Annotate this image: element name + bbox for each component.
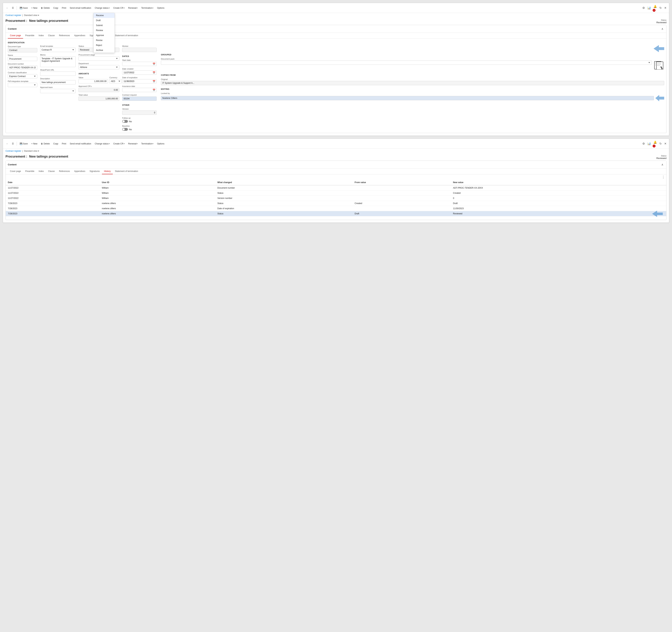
create-cr-button[interactable]: Create CR ▾	[112, 6, 126, 10]
follow-up-toggle[interactable]	[122, 120, 128, 123]
collapse-button-2[interactable]: ∧	[661, 162, 664, 167]
create-cr-button-2[interactable]: Create CR ▾	[112, 142, 126, 146]
standard-view-dropdown[interactable]: Standard view ▾	[24, 14, 39, 17]
insurance-date-input-wrapper[interactable]: 📅	[122, 88, 157, 92]
insurance-date-calendar-icon[interactable]: 📅	[151, 89, 157, 92]
standard-view-dropdown-2[interactable]: Standard view ▾	[24, 150, 39, 152]
delete-button[interactable]: 🗑 Delete	[40, 6, 51, 10]
print-button-2[interactable]: Print	[61, 142, 68, 146]
tab-appendixes[interactable]: Appendixes	[72, 33, 88, 39]
copy-button[interactable]: Copy	[52, 6, 60, 10]
status-archive[interactable]: Archive	[94, 48, 115, 53]
toolbar-icon2[interactable]: 📊	[647, 5, 652, 10]
tab-references-2[interactable]: References	[57, 169, 72, 174]
collapse-button-1[interactable]: ∧	[661, 26, 664, 31]
options-button-1[interactable]: Options	[155, 6, 166, 10]
contract-classification-select[interactable]: Express Contract	[8, 74, 37, 78]
renewal-button-2[interactable]: Renewal ▾	[127, 142, 139, 146]
start-date-input-wrapper[interactable]: 📅	[122, 62, 157, 66]
change-status-button[interactable]: Change status ▾	[93, 6, 111, 10]
toolbar-icon1[interactable]: ⚙	[642, 5, 646, 10]
tab-index[interactable]: Index	[37, 33, 46, 39]
notification-button-2[interactable]: 🔔	[653, 140, 657, 145]
menu-button[interactable]: ☰	[10, 6, 15, 10]
currency-select[interactable]: AED	[110, 79, 122, 83]
send-email-button[interactable]: Send email notification	[68, 6, 93, 10]
department-select[interactable]: Athlone	[78, 65, 119, 69]
status-review[interactable]: Review	[94, 28, 115, 33]
document-type-input[interactable]	[8, 48, 37, 52]
back-button-2[interactable]: ←	[5, 142, 10, 146]
toolbar-icon1-2[interactable]: ⚙	[642, 141, 646, 146]
print-button[interactable]: Print	[61, 6, 68, 10]
status-receive[interactable]: Receive	[94, 13, 115, 18]
document-number-input[interactable]	[8, 66, 37, 70]
tab-signatures-2[interactable]: Signatures	[87, 169, 102, 174]
notification-badge-2: 0	[653, 145, 655, 147]
start-date-input[interactable]	[122, 62, 151, 66]
tab-references[interactable]: References	[57, 33, 72, 39]
pdf-template-select[interactable]	[8, 83, 37, 87]
document-pack-select[interactable]	[161, 60, 652, 65]
tab-history-2[interactable]: History	[102, 169, 113, 174]
tab-cover-page[interactable]: Cover page	[8, 33, 23, 39]
save-button[interactable]: 💾 Save	[18, 6, 29, 10]
baseline-toggle[interactable]	[122, 128, 128, 131]
contract-register-link-2[interactable]: Contract register	[5, 150, 21, 152]
copy-button-2[interactable]: Copy	[52, 142, 60, 146]
name-input[interactable]	[8, 57, 37, 61]
three-dot-menu[interactable]: ⋮	[662, 175, 665, 179]
toolbar-icon2-2[interactable]: 📊	[647, 141, 652, 146]
send-email-button-2[interactable]: Send email notification	[68, 142, 93, 146]
termination-button-1[interactable]: Termination ▾	[140, 6, 155, 10]
page-title-area-2: Procurement : New tailings procurement S…	[3, 153, 669, 160]
date-created-input-wrapper: 📅	[122, 71, 157, 75]
memo-textarea[interactable]: Template - IT System Upgrade & Support A…	[40, 56, 76, 67]
tab-appendixes-2[interactable]: Appendixes	[72, 169, 88, 174]
close-button-2[interactable]: ✕	[664, 141, 667, 146]
new-button[interactable]: + New	[30, 6, 39, 10]
tab-clause-2[interactable]: Clause	[46, 169, 57, 174]
back-button[interactable]: ←	[5, 6, 10, 10]
notification-button[interactable]: 🔔	[653, 4, 657, 9]
options-button-2[interactable]: Options	[155, 142, 166, 146]
change-status-button-2[interactable]: Change status ▾	[93, 142, 111, 146]
name-group: Name	[8, 54, 37, 61]
date-expiration-input[interactable]	[122, 79, 151, 83]
start-date-calendar-icon[interactable]: 📅	[151, 62, 157, 65]
contract-request-group: Contract request	[122, 94, 157, 101]
email-template-select[interactable]: Contract R	[40, 48, 76, 52]
tab-statement[interactable]: Statement of termination	[113, 33, 140, 39]
status-revise[interactable]: Revise	[94, 38, 115, 43]
approval-team-select[interactable]	[40, 89, 76, 93]
status-reject[interactable]: Reject	[94, 43, 115, 48]
procurement-stage-select[interactable]	[78, 56, 119, 61]
date-expiration-input-wrapper[interactable]: 📅	[122, 79, 157, 83]
save-icon-2: 💾	[20, 143, 22, 145]
tab-clause[interactable]: Clause	[46, 33, 57, 39]
renewal-button[interactable]: Renewal ▾	[127, 6, 139, 10]
tab-cover-page-2[interactable]: Cover page	[8, 169, 23, 174]
save-button-2[interactable]: 💾 Save	[18, 142, 29, 146]
menu-button-2[interactable]: ☰	[10, 142, 15, 146]
tab-index-2[interactable]: Index	[37, 169, 46, 174]
insurance-date-input[interactable]	[122, 88, 151, 92]
close-button[interactable]: ✕	[664, 5, 667, 10]
tab-preamble[interactable]: Preamble	[23, 33, 37, 39]
tab-statement-2[interactable]: Statement of termination	[113, 169, 140, 174]
contract-register-link[interactable]: Contract register	[5, 14, 21, 17]
delete-button-2[interactable]: 🗑 Delete	[40, 142, 51, 146]
status-submit[interactable]: Submit	[94, 23, 115, 28]
sharepoint-url-input[interactable]	[40, 72, 76, 76]
contract-request-input[interactable]	[122, 97, 157, 101]
tab-preamble-2[interactable]: Preamble	[23, 169, 37, 174]
termination-button-2[interactable]: Termination ▾	[140, 142, 155, 146]
new-button-2[interactable]: + New	[30, 142, 39, 146]
status-draft[interactable]: Draft	[94, 18, 115, 23]
description-input[interactable]	[40, 80, 76, 84]
refresh-button-2[interactable]: ↻	[659, 141, 663, 146]
date-expiration-calendar-icon[interactable]: 📅	[151, 80, 157, 83]
value-input[interactable]	[78, 79, 108, 83]
status-approve[interactable]: Approve	[94, 33, 115, 38]
refresh-button[interactable]: ↻	[659, 5, 663, 10]
